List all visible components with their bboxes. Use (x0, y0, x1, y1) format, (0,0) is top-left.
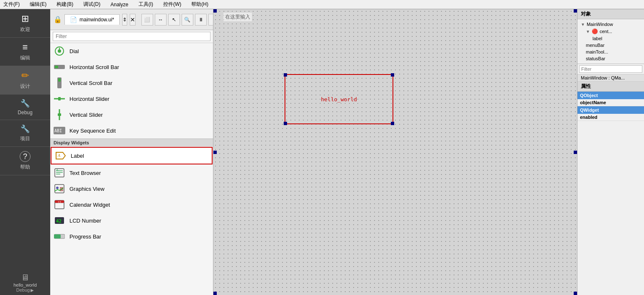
tree-item-maintool[interactable]: mainTool... (579, 49, 642, 55)
project-icon: 🔧 (21, 124, 30, 133)
menu-file[interactable]: 文件(F) (2, 1, 21, 8)
sidebar-item-edit[interactable]: ≡ 编辑 (0, 38, 50, 66)
tree-label-menubar: menuBar (586, 43, 605, 48)
enabled-row[interactable]: enabled (577, 114, 644, 121)
widget-item-keyseq[interactable]: ABI Key Sequence Edit (50, 123, 213, 139)
lock-button[interactable]: 🔒 (54, 14, 62, 26)
align-h-button[interactable]: ⏸ (195, 14, 207, 26)
widget-vslider-label: Vertical Slider (69, 112, 103, 118)
debug-icon-top: 🔧 (21, 99, 30, 108)
tree-label-maintool: mainTool... (586, 49, 608, 54)
hello-label-text: hello_world (321, 96, 357, 103)
sidebar-hello-world[interactable]: 🖥 hello_world Debug ▶ (0, 270, 50, 295)
menu-help[interactable]: 帮助(H) (190, 1, 210, 8)
widget-vscrollbar-label: Vertical Scroll Bar (69, 80, 113, 86)
pointer-button[interactable]: ↖ (168, 14, 180, 26)
menu-bar: 文件(F) 编辑(E) 构建(B) 调试(D) Analyze 工具(I) 控件… (0, 0, 644, 9)
widget-list[interactable]: Dial Horizontal Scroll Bar (50, 43, 213, 295)
tree-item-mainwindow[interactable]: ▼ MainWindow (579, 21, 642, 28)
filter-input[interactable] (53, 32, 210, 41)
widget-item-textbrowser[interactable]: A Text Browser (50, 165, 213, 181)
tree-label-statusbar: statusBar (586, 56, 605, 61)
menu-controls[interactable]: 控件(W) (162, 1, 183, 8)
tree-arrow-mainwindow: ▼ (581, 22, 585, 27)
tree-item-label[interactable]: label (579, 35, 642, 42)
widget-item-hslider[interactable]: Horizontal Slider (50, 91, 213, 107)
svg-rect-10 (58, 113, 61, 116)
widget-progressbar-label: Progress Bar (69, 233, 101, 240)
tree-item-menubar[interactable]: menuBar (579, 42, 642, 49)
widget-item-vscrollbar[interactable]: Vertical Scroll Bar (50, 75, 213, 91)
handle-br[interactable] (391, 122, 394, 125)
canvas-background[interactable]: 在这里输入 hello_world (213, 9, 577, 295)
handle-bl[interactable] (284, 122, 287, 125)
align-v-button[interactable]: ≡ (208, 14, 213, 26)
enabled-prop-value[interactable] (635, 114, 644, 121)
select-tool-button[interactable]: ⬜ (141, 14, 153, 26)
properties-section: MainWindow : QMa... 属性 QObject objectNam… (577, 64, 644, 295)
widget-lcdnumber-label: LCD Number (69, 218, 101, 224)
sidebar-edit-label: 编辑 (20, 54, 30, 62)
menu-analyze[interactable]: Analyze (109, 2, 130, 8)
widget-item-dial[interactable]: Dial (50, 43, 213, 59)
menu-edit[interactable]: 编辑(E) (28, 1, 48, 8)
canvas-handle-bl (213, 292, 217, 295)
qwidget-header-row: QWidget (577, 106, 644, 114)
properties-table: QObject objectName QWidget enabled (577, 92, 644, 121)
close-button[interactable]: ✕ (130, 14, 136, 26)
widget-item-graphicsview[interactable]: Graphics View (50, 181, 213, 197)
svg-rect-8 (58, 97, 61, 100)
widget-item-progressbar[interactable]: Progress Bar (50, 228, 213, 244)
help-icon: ? (20, 151, 31, 162)
widget-item-lcdnumber[interactable]: 42 LCD Number (50, 213, 213, 228)
svg-point-21 (56, 187, 59, 189)
properties-filter-row (577, 64, 644, 74)
cent-icon: 🔴 (592, 28, 598, 34)
right-panel: 对象 ▼ MainWindow ▼ 🔴 cent... label menuBa… (577, 9, 644, 295)
monitor-icon: 🖥 (21, 273, 29, 282)
menu-build[interactable]: 构建(B) (55, 1, 75, 8)
properties-filter-input[interactable] (579, 65, 642, 73)
qwidget-label: QWidget (577, 106, 644, 114)
sidebar-help-label: 帮助 (20, 164, 30, 171)
sidebar-item-design[interactable]: ✏ 设计 (0, 66, 50, 95)
tree-item-cent[interactable]: ▼ 🔴 cent... (579, 28, 642, 35)
handle-tl[interactable] (284, 73, 287, 77)
zoom-button[interactable]: 🔍 (182, 14, 193, 26)
widget-item-calendarwidget[interactable]: 12 Calendar Widget (50, 197, 213, 213)
widget-label-name: Label (71, 153, 84, 159)
graphicsview-icon (54, 183, 65, 195)
sidebar-item-project[interactable]: 🔧 项目 (0, 120, 50, 147)
hello-world-widget[interactable]: hello_world (285, 74, 393, 124)
menu-tools[interactable]: 工具(I) (137, 1, 155, 8)
canvas-handle-br (574, 292, 577, 295)
canvas-handle-ml (213, 151, 217, 154)
main-layout: ⊞ 欢迎 ≡ 编辑 ✏ 设计 🔧 Debug 🔧 项目 ? 帮助 🖥 hello… (0, 9, 644, 295)
category-display-widgets: Display Widgets (50, 139, 213, 146)
sidebar-item-help[interactable]: ? 帮助 (0, 147, 50, 175)
vscrollbar-icon (54, 77, 65, 89)
objectname-prop-value[interactable] (635, 99, 644, 106)
canvas-handle-mr (574, 151, 577, 154)
qobject-header-row: QObject (577, 92, 644, 99)
enabled-prop-name: enabled (577, 114, 635, 121)
svg-rect-4 (55, 66, 58, 68)
widget-textbrowser-label: Text Browser (69, 170, 101, 176)
handle-tr[interactable] (391, 73, 394, 77)
widget-item-hscrollbar[interactable]: Horizontal Scroll Bar (50, 59, 213, 75)
file-tab[interactable]: 📄 mainwindow.ui* (64, 14, 120, 25)
move-tool-button[interactable]: ↔ (155, 14, 167, 26)
widget-item-label[interactable]: A Label (51, 147, 213, 164)
sidebar-item-welcome[interactable]: ⊞ 欢迎 (0, 9, 50, 38)
tree-item-statusbar[interactable]: statusBar (579, 55, 642, 62)
widget-item-vslider[interactable]: Vertical Slider (50, 107, 213, 123)
progressbar-icon (54, 231, 65, 242)
menu-debug[interactable]: 调试(D) (82, 1, 102, 8)
textbrowser-icon: A (54, 167, 65, 179)
edit-icon: ≡ (23, 42, 28, 53)
sidebar-item-debug-top[interactable]: 🔧 Debug (0, 95, 50, 120)
toolbar-area: 🔒 📄 mainwindow.ui* ⇕ ✕ ⬜ ↔ ↖ 🔍 ⏸ ≡ ⊟ ⊞ ⊞ (50, 9, 213, 30)
nav-up-down-button[interactable]: ⇕ (122, 14, 127, 26)
debug-bottom-label: Debug (16, 287, 30, 292)
objectname-row[interactable]: objectName (577, 99, 644, 106)
